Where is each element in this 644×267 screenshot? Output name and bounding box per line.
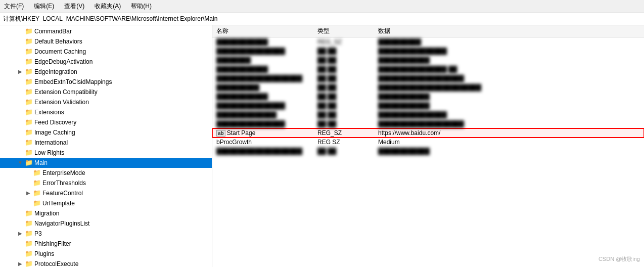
registry-data-text: ████████████████ ██	[378, 66, 457, 73]
registry-name-text: ████████████████	[216, 48, 285, 55]
registry-cell-type: ██ ██	[313, 110, 374, 119]
tree-item-label: ProtocolExecute	[34, 259, 78, 267]
registry-data-text: ████████████████████	[378, 120, 464, 127]
tree-item-label: Main	[34, 158, 48, 167]
registry-cell-data: ██████████	[374, 37, 644, 47]
tree-item-feature-control[interactable]: ▶📁FeatureControl	[0, 188, 212, 198]
tree-item-p3[interactable]: ▶📁P3	[0, 229, 212, 239]
folder-icon: 📁	[32, 179, 41, 188]
registry-name-text: ████████████████	[216, 120, 285, 127]
registry-row[interactable]: ████████████REG_SZ██████████	[212, 37, 644, 47]
registry-cell-type: REG_SZ	[313, 37, 374, 47]
registry-type-text: REG SZ	[317, 139, 340, 146]
folder-icon: 📁	[24, 77, 33, 86]
folder-icon: 📁	[24, 148, 33, 157]
folder-icon: 📁	[24, 37, 33, 46]
registry-row[interactable]: ██████████████████████ █████████████████…	[212, 74, 644, 83]
menu-view[interactable]: 查看(V)	[62, 1, 86, 12]
menu-favorites[interactable]: 收藏夹(A)	[93, 1, 123, 12]
registry-cell-name: ████████████████	[212, 47, 313, 56]
address-bar: 计算机\HKEY_LOCAL_MACHINE\SOFTWARE\Microsof…	[0, 13, 644, 25]
registry-type-text: ██ ██	[317, 84, 336, 91]
tree-item-main[interactable]: ▼📁Main	[0, 158, 212, 168]
registry-cell-type: ██ ██	[313, 119, 374, 128]
registry-data-text: ████████████	[378, 93, 430, 100]
tree-item-migration[interactable]: 📁Migration	[0, 208, 212, 218]
registry-type-text: ██ ██	[317, 120, 336, 127]
tree-item-url-template[interactable]: 📁UrlTemplate	[0, 198, 212, 208]
expand-icon[interactable]: ▶	[16, 67, 24, 76]
registry-data-text: ████████████	[378, 57, 430, 64]
menu-bar: 文件(F) 编辑(E) 查看(V) 收藏夹(A) 帮助(H)	[0, 0, 644, 13]
registry-cell-name: bProcGrowth	[212, 138, 313, 147]
tree-item-phishing-filter[interactable]: 📁PhishingFilter	[0, 239, 212, 249]
tree-item-error-thresholds[interactable]: 📁ErrorThresholds	[0, 178, 212, 188]
folder-icon: 📁	[24, 138, 33, 147]
registry-row[interactable]: ██████████████████ █████████████████████…	[212, 119, 644, 128]
registry-cell-type: ██ ██	[313, 101, 374, 110]
tree-item-protocol-execute[interactable]: ▶📁ProtocolExecute	[0, 259, 212, 267]
registry-row[interactable]: ██████████████████ ██████████████████	[212, 47, 644, 56]
tree-item-plugins[interactable]: 📁Plugins	[0, 249, 212, 259]
tree-item-commandbar[interactable]: 📁CommandBar	[0, 26, 212, 36]
registry-type-text: ██ ██	[317, 111, 336, 118]
registry-row[interactable]: ██████████████████ ██████████████	[212, 101, 644, 110]
registry-data-text: ████████████████	[378, 48, 447, 55]
menu-help[interactable]: 帮助(H)	[129, 1, 154, 12]
registry-cell-data: ████████████████ ██	[374, 65, 644, 74]
registry-cell-type: REG SZ	[313, 138, 374, 147]
tree-item-extension-validation[interactable]: 📁Extension Validation	[0, 97, 212, 107]
expand-icon[interactable]: ▶	[16, 259, 24, 267]
registry-path: 计算机\HKEY_LOCAL_MACHINE\SOFTWARE\Microsof…	[3, 15, 217, 22]
folder-icon: 📁	[24, 209, 33, 218]
tree-item-enterprise-mode[interactable]: 📁EnterpriseMode	[0, 168, 212, 178]
registry-row[interactable]: ██████████████████████ ██████████████	[212, 147, 644, 156]
registry-row[interactable]: ██████████████ ██████████████	[212, 92, 644, 101]
tree-item-label: Low Rights	[34, 148, 64, 157]
registry-panel: 名称 类型 数据 ████████████REG_SZ█████████████…	[212, 25, 644, 267]
registry-cell-data: ████████████████	[374, 110, 644, 119]
ab-icon: ab	[216, 130, 225, 137]
menu-file[interactable]: 文件(F)	[2, 1, 26, 12]
tree-item-default-behaviors[interactable]: 📁Default Behaviors	[0, 36, 212, 47]
registry-name-text: ██████████	[216, 84, 259, 91]
folder-icon: 📁	[24, 239, 33, 248]
tree-item-extensions[interactable]: 📁Extensions	[0, 107, 212, 117]
menu-edit[interactable]: 编辑(E)	[32, 1, 56, 12]
expand-icon[interactable]: ▶	[24, 189, 32, 198]
tree-panel[interactable]: 📁CommandBar📁Default Behaviors📁Document C…	[0, 25, 212, 267]
tree-item-extension-compat[interactable]: 📁Extension Compatibility	[0, 87, 212, 97]
tree-item-low-rights[interactable]: 📁Low Rights	[0, 148, 212, 158]
tree-item-embed-extn[interactable]: 📁EmbedExtnToClsidMappings	[0, 77, 212, 87]
registry-row[interactable]: abStart PageREG_SZhttps://www.baidu.com/	[212, 128, 644, 138]
registry-cell-type: ██ ██	[313, 65, 374, 74]
tree-item-edge-debug-activation[interactable]: 📁EdgeDebugActivation	[0, 57, 212, 67]
folder-icon: 📁	[24, 67, 33, 76]
registry-row[interactable]: ██████████████ ██████████████████ ██	[212, 65, 644, 74]
tree-item-document-caching[interactable]: 📁Document Caching	[0, 47, 212, 57]
tree-item-image-caching[interactable]: 📁Image Caching	[0, 127, 212, 138]
tree-item-international[interactable]: 📁International	[0, 138, 212, 148]
registry-cell-type: ██ ██	[313, 74, 374, 83]
tree-item-label: Document Caching	[34, 47, 86, 56]
registry-name-text: ████████████████████	[216, 75, 302, 82]
registry-name-text: ████████████	[216, 66, 268, 73]
registry-data-text: ██████████	[378, 38, 421, 46]
tree-item-edge-integration[interactable]: ▶📁EdgeIntegration	[0, 67, 212, 77]
registry-cell-name: ██████████	[212, 83, 313, 92]
tree-item-feed-discovery[interactable]: 📁Feed Discovery	[0, 117, 212, 127]
expand-icon[interactable]: ▼	[16, 158, 24, 167]
registry-cell-name: abStart Page	[212, 128, 313, 138]
tree-item-label: Extensions	[34, 108, 64, 117]
folder-icon: 📁	[32, 168, 41, 177]
registry-row[interactable]: bProcGrowthREG SZMedium	[212, 138, 644, 147]
tree-item-navigator-plugins[interactable]: 📁NavigatorPluginsList	[0, 218, 212, 229]
folder-icon: 📁	[24, 108, 33, 117]
registry-row[interactable]: ████████████ ██████████████████████████	[212, 83, 644, 92]
expand-icon[interactable]: ▶	[16, 229, 24, 238]
registry-row[interactable]: ██████████ ██████████████	[212, 56, 644, 65]
registry-type-text: ██ ██	[317, 57, 336, 64]
registry-data-text: https://www.baidu.com/	[378, 129, 440, 137]
col-header-type: 类型	[313, 25, 374, 37]
registry-row[interactable]: ████████████████ ██████████████████	[212, 110, 644, 119]
